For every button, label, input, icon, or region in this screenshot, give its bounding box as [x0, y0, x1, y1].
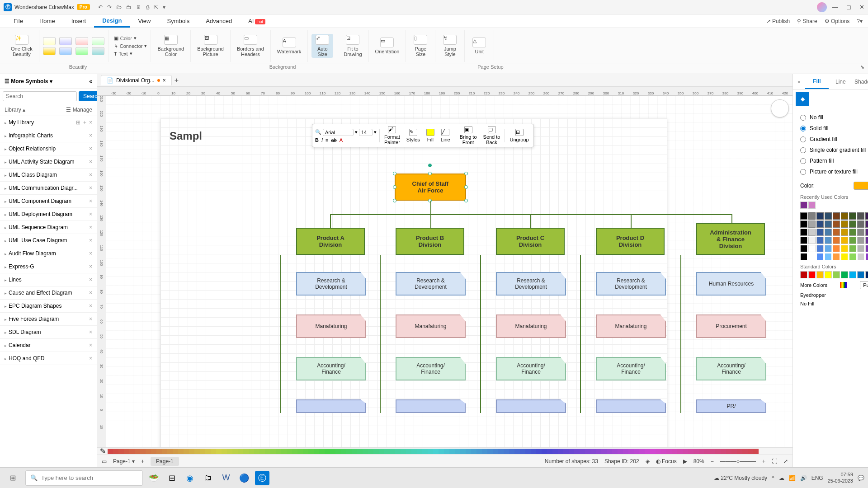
send-back-button[interactable]: ▢Send to Back — [481, 126, 502, 145]
add-page-icon[interactable]: + — [141, 458, 144, 465]
category-2[interactable]: ▸UML Activity State Diagram× — [0, 155, 97, 169]
category-10[interactable]: ▸Express-G× — [0, 260, 97, 273]
strip-color[interactable] — [173, 449, 178, 454]
recent-color-2[interactable] — [808, 202, 816, 209]
strip-color[interactable] — [395, 449, 401, 454]
strip-color[interactable] — [162, 449, 167, 454]
strip-color[interactable] — [390, 449, 395, 454]
strip-color[interactable] — [238, 449, 243, 454]
strip-color[interactable] — [580, 449, 585, 454]
strip-color[interactable] — [205, 449, 211, 454]
shape-rd-1[interactable]: Research & Development — [296, 272, 366, 296]
category-14[interactable]: ▸Five Forces Diagram× — [0, 313, 97, 326]
strip-color[interactable] — [569, 449, 574, 454]
strip-color[interactable] — [672, 449, 677, 454]
strip-color[interactable] — [753, 449, 759, 454]
fill-opt-1[interactable]: Solid fill — [800, 123, 868, 134]
watermark-button[interactable]: AWatermark — [274, 37, 304, 55]
strip-color[interactable] — [124, 449, 129, 454]
strip-color[interactable] — [618, 449, 623, 454]
line-button[interactable]: ╱Line — [439, 129, 452, 142]
strip-color[interactable] — [368, 449, 373, 454]
strip-color[interactable] — [335, 449, 341, 454]
share-link[interactable]: ⚲ Share — [797, 18, 817, 24]
strip-color[interactable] — [439, 449, 444, 454]
fit-drawing-button[interactable]: ⊡Fit to Drawing — [341, 34, 364, 58]
volume-icon[interactable]: 🔊 — [800, 475, 807, 481]
strip-color[interactable] — [406, 449, 411, 454]
font-input[interactable] — [323, 129, 354, 136]
styles-button[interactable]: ✎Styles — [405, 129, 422, 142]
minimap[interactable] — [771, 99, 789, 117]
theme-color[interactable] — [800, 229, 807, 236]
strip-color[interactable] — [639, 449, 645, 454]
strip-color[interactable] — [417, 449, 422, 454]
close-icon[interactable]: ✕ — [859, 4, 864, 10]
collapse-icon[interactable]: « — [89, 78, 92, 84]
close-lib-icon[interactable]: × — [89, 119, 92, 126]
fit-icon[interactable]: ⛶ — [772, 458, 777, 465]
menu-view[interactable]: View — [130, 15, 159, 27]
strip-color[interactable] — [178, 449, 184, 454]
shape-pr-3[interactable] — [496, 399, 566, 413]
strip-color[interactable] — [140, 449, 146, 454]
fill-button[interactable]: Fill — [425, 129, 436, 142]
shape-div-admin[interactable]: Administration & Finance Division — [696, 223, 765, 255]
category-17[interactable]: ▸HOQ and QFD× — [0, 352, 97, 365]
strip-color[interactable] — [596, 449, 601, 454]
strip-color[interactable] — [542, 449, 547, 454]
strip-color[interactable] — [520, 449, 525, 454]
strip-color[interactable] — [525, 449, 531, 454]
category-0[interactable]: ▸Infographic Charts× — [0, 129, 97, 142]
folder-icon[interactable]: 🗀 — [126, 4, 132, 10]
strip-color[interactable] — [227, 449, 232, 454]
strip-color[interactable] — [352, 449, 357, 454]
strip-color[interactable] — [710, 449, 715, 454]
food-icon[interactable]: 🥗 — [146, 471, 161, 485]
strip-color[interactable] — [688, 449, 693, 454]
strip-color[interactable] — [108, 449, 113, 454]
onedrive-icon[interactable]: ☁ — [779, 475, 784, 481]
strip-color[interactable] — [243, 449, 249, 454]
strip-color[interactable] — [216, 449, 222, 454]
shape-div-c[interactable]: Product C Division — [496, 228, 565, 255]
theme-color[interactable] — [816, 221, 824, 228]
strip-color[interactable] — [200, 449, 205, 454]
std-color[interactable] — [849, 271, 856, 278]
theme-color[interactable] — [800, 237, 807, 244]
theme-color[interactable] — [865, 212, 868, 220]
theme-color[interactable] — [808, 212, 816, 220]
strip-color[interactable] — [308, 449, 314, 454]
print-icon[interactable]: ⎙ — [146, 4, 149, 10]
menu-file[interactable]: File — [5, 15, 31, 27]
strip-color[interactable] — [634, 449, 639, 454]
strip-color[interactable] — [607, 449, 612, 454]
category-7[interactable]: ▸UML Sequence Diagram× — [0, 221, 97, 234]
menu-advanced[interactable]: Advanced — [198, 15, 240, 27]
font-dropdown-icon[interactable]: ▾ — [355, 129, 358, 135]
strip-color[interactable] — [742, 449, 748, 454]
theme-color[interactable] — [816, 229, 824, 236]
page-list-icon[interactable]: ▭ — [102, 458, 107, 465]
strip-color[interactable] — [303, 449, 308, 454]
publish-link[interactable]: ↗ Publish — [766, 18, 790, 24]
fill-opt-4[interactable]: Pattern fill — [800, 155, 868, 166]
redo-icon[interactable]: ↷ — [107, 4, 112, 10]
help-icon[interactable]: ?▾ — [857, 18, 863, 24]
search-input[interactable] — [3, 91, 77, 101]
theme-color[interactable] — [800, 245, 807, 252]
strip-color[interactable] — [715, 449, 721, 454]
eyedropper-strip-icon[interactable]: ✎ — [100, 447, 106, 455]
theme-color[interactable] — [857, 229, 864, 236]
grid-icon[interactable]: ⊞ — [76, 119, 80, 126]
color-swatch[interactable] — [854, 182, 868, 190]
theme-color[interactable] — [833, 212, 840, 220]
theme-swatch-1[interactable] — [43, 37, 56, 45]
shape-rd-4[interactable]: Research & Development — [596, 272, 666, 296]
theme-color[interactable] — [800, 212, 807, 220]
theme-swatch-2[interactable] — [59, 37, 72, 45]
strip-color[interactable] — [384, 449, 390, 454]
connector-dropdown[interactable]: ↳ Connector ▾ — [114, 42, 147, 50]
more-icon[interactable]: ▾ — [163, 4, 165, 10]
strip-color[interactable] — [444, 449, 449, 454]
